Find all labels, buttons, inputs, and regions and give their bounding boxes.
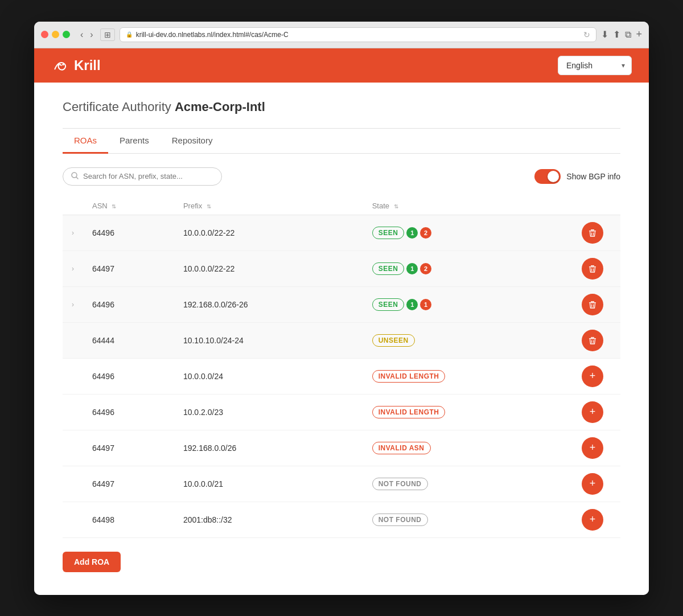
add-row-button[interactable]: +	[582, 473, 603, 495]
sidebar-toggle[interactable]: ⊞	[100, 28, 115, 41]
asn-cell: 64444	[85, 322, 176, 358]
prefix-sort-icon[interactable]: ⇅	[207, 203, 211, 210]
nav-buttons: ‹ ›	[78, 28, 96, 41]
state-cell: SEEN 1 2	[365, 215, 575, 250]
new-tab-icon[interactable]: ⧉	[625, 30, 631, 40]
bgp-toggle-label: Show BGP info	[566, 172, 620, 181]
table-row: 64498 2001:db8::/32 NOT FOUND +	[63, 502, 620, 537]
state-cell: SEEN 1 1	[365, 286, 575, 322]
table-row: 64496 10.0.0.0/24 INVALID LENGTH +	[63, 358, 620, 394]
count-badge-orange: 2	[420, 227, 431, 239]
delete-row-button[interactable]	[582, 222, 603, 244]
asn-cell: 64497	[85, 430, 176, 466]
prefix-cell: 2001:db8::/32	[176, 502, 365, 537]
search-box[interactable]	[63, 167, 222, 186]
page-content: Krill English Nederlands Deutsch Françai…	[34, 48, 649, 595]
svg-rect-15	[589, 338, 596, 339]
expand-cell	[63, 394, 85, 430]
expand-row-button[interactable]: ›	[69, 264, 76, 274]
state-badge: UNSEEN	[372, 334, 415, 347]
language-selector[interactable]: English Nederlands Deutsch Français ▾	[558, 56, 632, 75]
browser-chrome: ‹ › ⊞ 🔒 krill-ui-dev.do.nlnetlabs.nl/ind…	[34, 22, 649, 48]
minimize-button[interactable]	[52, 31, 59, 38]
brand-logo: Krill	[51, 56, 101, 75]
delete-row-button[interactable]	[582, 294, 603, 315]
asn-cell: 64496	[85, 394, 176, 430]
search-input[interactable]	[83, 172, 213, 180]
table-row: 64497 192.168.0.0/26 INVALID ASN +	[63, 430, 620, 466]
expand-cell	[63, 430, 85, 466]
add-row-button[interactable]: +	[582, 401, 603, 423]
prefix-cell: 10.0.0.0/21	[176, 466, 365, 502]
asn-cell: 64496	[85, 286, 176, 322]
page-title: Certificate Authority Acme-Corp-Intl	[63, 100, 620, 114]
add-row-button[interactable]: +	[582, 509, 603, 531]
asn-cell: 64496	[85, 358, 176, 394]
tab-parents[interactable]: Parents	[108, 129, 161, 154]
state-badge: SEEN	[372, 227, 405, 239]
trash-icon	[589, 336, 596, 344]
asn-cell: 64498	[85, 502, 176, 537]
asn-cell: 64497	[85, 466, 176, 502]
share-icon[interactable]: ⬆	[613, 29, 620, 40]
back-button[interactable]: ‹	[78, 28, 85, 41]
state-badge: INVALID ASN	[372, 442, 431, 454]
state-cell: UNSEEN	[365, 322, 575, 358]
svg-point-0	[62, 63, 64, 65]
prefix-cell: 10.10.10.0/24-24	[176, 322, 365, 358]
asn-sort-icon[interactable]: ⇅	[112, 203, 116, 210]
state-cell: INVALID ASN	[365, 430, 575, 466]
col-state: State ⇅	[365, 197, 575, 215]
language-dropdown[interactable]: English Nederlands Deutsch Français	[558, 56, 632, 75]
prefix-cell: 192.168.0.0/26-26	[176, 286, 365, 322]
tab-repository[interactable]: Repository	[161, 129, 224, 154]
table-row: 64444 10.10.10.0/24-24 UNSEEN	[63, 322, 620, 358]
state-badge: NOT FOUND	[372, 514, 428, 526]
action-cell	[575, 215, 620, 250]
svg-rect-4	[591, 229, 594, 231]
prefix-cell: 10.0.0.0/22-22	[176, 250, 365, 286]
traffic-lights	[41, 31, 70, 38]
add-tab-button[interactable]: +	[636, 28, 642, 40]
action-cell	[575, 286, 620, 322]
action-cell: +	[575, 394, 620, 430]
asn-cell: 64496	[85, 215, 176, 250]
expand-cell: ›	[63, 215, 85, 250]
bgp-toggle-row: Show BGP info	[534, 169, 620, 184]
count-badge-green: 1	[406, 227, 418, 239]
main-content: Certificate Authority Acme-Corp-Intl ROA…	[34, 83, 649, 595]
prefix-cell: 10.0.2.0/23	[176, 394, 365, 430]
bgp-toggle[interactable]	[534, 169, 561, 184]
forward-button[interactable]: ›	[88, 28, 95, 41]
state-badge: INVALID LENGTH	[372, 406, 446, 418]
add-roa-button[interactable]: Add ROA	[63, 552, 121, 572]
address-bar[interactable]: 🔒 krill-ui-dev.do.nlnetlabs.nl/index.htm…	[120, 27, 597, 42]
svg-rect-11	[589, 302, 596, 303]
table-row: 64496 10.0.2.0/23 INVALID LENGTH +	[63, 394, 620, 430]
url-text: krill-ui-dev.do.nlnetlabs.nl/index.html#…	[136, 31, 289, 39]
roa-table: ASN ⇅ Prefix ⇅ State ⇅ › 64496 10.0.0.0/…	[63, 197, 620, 538]
browser-window: ‹ › ⊞ 🔒 krill-ui-dev.do.nlnetlabs.nl/ind…	[34, 22, 649, 595]
table-row: › 64496 192.168.0.0/26-26 SEEN 1 1	[63, 286, 620, 322]
state-sort-icon[interactable]: ⇅	[394, 203, 398, 210]
state-cell: NOT FOUND	[365, 502, 575, 537]
expand-cell	[63, 358, 85, 394]
expand-cell: ›	[63, 286, 85, 322]
tab-roas[interactable]: ROAs	[63, 129, 108, 154]
add-row-button[interactable]: +	[582, 366, 603, 387]
close-button[interactable]	[41, 31, 48, 38]
state-cell: INVALID LENGTH	[365, 358, 575, 394]
brand-name: Krill	[74, 58, 101, 73]
expand-row-button[interactable]: ›	[69, 299, 76, 310]
delete-row-button[interactable]	[582, 330, 603, 351]
prefix-cell: 192.168.0.0/26	[176, 430, 365, 466]
asn-cell: 64497	[85, 250, 176, 286]
state-cell: NOT FOUND	[365, 466, 575, 502]
krill-logo-icon	[51, 56, 69, 75]
add-row-button[interactable]: +	[582, 437, 603, 459]
maximize-button[interactable]	[63, 31, 70, 38]
reload-icon[interactable]: ↻	[583, 30, 590, 39]
expand-row-button[interactable]: ›	[69, 228, 76, 238]
download-icon[interactable]: ⬇	[601, 29, 608, 40]
delete-row-button[interactable]	[582, 258, 603, 280]
